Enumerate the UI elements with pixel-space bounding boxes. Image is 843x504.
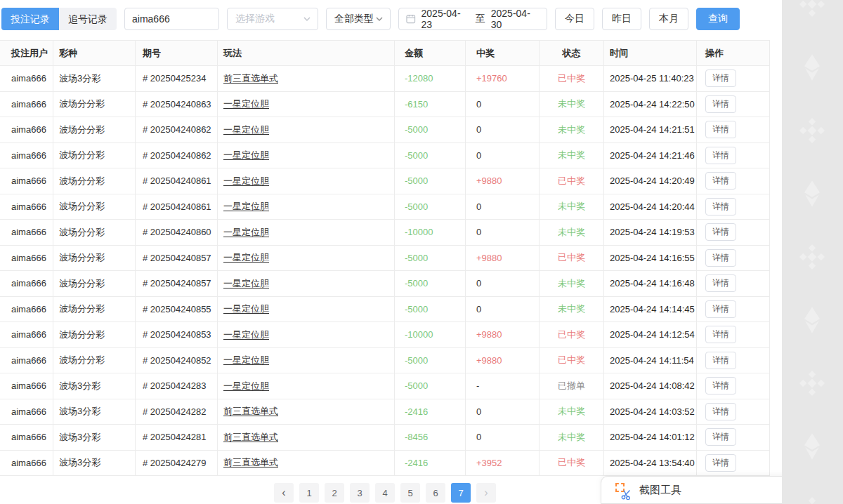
play-type-link[interactable]: 一星定位胆 bbox=[223, 354, 269, 366]
cell-user: aima666 bbox=[0, 425, 53, 451]
cell-status: 未中奖 bbox=[540, 92, 604, 118]
play-type-link[interactable]: 一星定位胆 bbox=[223, 175, 269, 187]
page-button[interactable]: 7 bbox=[451, 483, 471, 503]
tab-chase-records[interactable]: 追号记录 bbox=[59, 8, 117, 30]
cell-time: 2025-04-24 14:20:44 bbox=[604, 194, 697, 220]
cell-play: 前三直选单式 bbox=[218, 451, 395, 477]
bnb-logo-watermark-icon bbox=[797, 0, 827, 19]
cell-amount: -6150 bbox=[395, 92, 466, 118]
detail-button[interactable]: 详情 bbox=[705, 300, 736, 318]
cell-operation: 详情 bbox=[697, 451, 770, 477]
page-button[interactable]: 4 bbox=[375, 483, 395, 503]
page-button[interactable]: 1 bbox=[299, 483, 319, 503]
column-header: 状态 bbox=[540, 41, 604, 66]
play-type-link[interactable]: 一星定位胆 bbox=[223, 329, 269, 341]
cell-amount: -10000 bbox=[395, 220, 466, 246]
query-button[interactable]: 查询 bbox=[696, 8, 740, 30]
page-button[interactable]: 6 bbox=[426, 483, 445, 503]
cell-user: aima666 bbox=[0, 348, 53, 374]
cell-amount: -10000 bbox=[395, 322, 466, 348]
detail-button[interactable]: 详情 bbox=[705, 198, 736, 215]
cell-operation: 详情 bbox=[697, 348, 770, 374]
type-select[interactable]: 全部类型 bbox=[326, 8, 391, 30]
play-type-link[interactable]: 前三直选单式 bbox=[223, 405, 278, 418]
column-header: 中奖 bbox=[466, 41, 540, 66]
page-button[interactable]: 2 bbox=[325, 483, 344, 503]
page-button[interactable]: 5 bbox=[400, 483, 420, 503]
detail-button[interactable]: 详情 bbox=[705, 147, 736, 164]
detail-button[interactable]: 详情 bbox=[705, 69, 736, 87]
game-select[interactable]: 选择游戏 bbox=[227, 8, 318, 30]
detail-button[interactable]: 详情 bbox=[705, 95, 736, 113]
cell-play: 一星定位胆 bbox=[218, 117, 395, 143]
detail-button[interactable]: 详情 bbox=[705, 428, 736, 446]
detail-button[interactable]: 详情 bbox=[705, 172, 736, 190]
cell-amount: -5000 bbox=[395, 168, 466, 194]
detail-button[interactable]: 详情 bbox=[705, 274, 736, 292]
cell-operation: 详情 bbox=[697, 117, 770, 143]
username-input[interactable] bbox=[124, 8, 219, 30]
month-button[interactable]: 本月 bbox=[649, 8, 688, 30]
date-separator: 至 bbox=[476, 13, 485, 25]
play-type-link[interactable]: 一星定位胆 bbox=[223, 226, 269, 239]
tab-bet-records[interactable]: 投注记录 bbox=[1, 8, 59, 30]
cell-time: 2025-04-24 14:12:54 bbox=[604, 322, 697, 348]
cell-user: aima666 bbox=[0, 168, 53, 194]
detail-button[interactable]: 详情 bbox=[705, 352, 736, 369]
table-header-row: 投注用户彩种期号玩法金额中奖状态时间操作 bbox=[0, 41, 770, 66]
play-type-link[interactable]: 一星定位胆 bbox=[223, 303, 269, 315]
cell-status: 已中奖 bbox=[540, 322, 604, 348]
cell-play: 前三直选单式 bbox=[218, 399, 395, 425]
detail-button[interactable]: 详情 bbox=[705, 454, 736, 472]
prev-page-button[interactable]: ‹ bbox=[274, 483, 294, 503]
bnb-logo-watermark-icon bbox=[797, 116, 827, 145]
yesterday-button[interactable]: 昨日 bbox=[602, 8, 641, 30]
cell-user: aima666 bbox=[0, 220, 53, 246]
cell-win: 0 bbox=[466, 117, 540, 143]
cell-time: 2025-04-25 11:40:23 bbox=[604, 66, 697, 92]
cell-win: 0 bbox=[466, 297, 540, 323]
cell-operation: 详情 bbox=[697, 297, 770, 323]
page-button[interactable]: 3 bbox=[350, 483, 370, 503]
play-type-link[interactable]: 前三直选单式 bbox=[223, 72, 278, 85]
column-header: 玩法 bbox=[218, 41, 395, 66]
cell-amount: -5000 bbox=[395, 271, 466, 297]
cell-status: 未中奖 bbox=[540, 425, 604, 451]
cell-play: 一星定位胆 bbox=[218, 168, 395, 194]
cell-status: 已撤单 bbox=[540, 373, 604, 399]
play-type-link[interactable]: 前三直选单式 bbox=[223, 456, 278, 469]
today-button[interactable]: 今日 bbox=[555, 8, 594, 30]
cell-lottery: 波场3分彩 bbox=[53, 451, 136, 477]
play-type-link[interactable]: 一星定位胆 bbox=[223, 200, 269, 213]
date-range-picker[interactable]: 2025-04-23 至 2025-04-30 bbox=[398, 8, 547, 30]
cell-play: 一星定位胆 bbox=[218, 194, 395, 220]
detail-button[interactable]: 详情 bbox=[705, 403, 736, 420]
cell-play: 一星定位胆 bbox=[218, 322, 395, 348]
table-row: aima666波场分分彩# 202504240861一星定位胆-5000+988… bbox=[0, 168, 770, 194]
detail-button[interactable]: 详情 bbox=[705, 223, 736, 241]
play-type-link[interactable]: 一星定位胆 bbox=[223, 380, 269, 392]
detail-button[interactable]: 详情 bbox=[705, 326, 736, 343]
cell-issue: # 20250424281 bbox=[136, 425, 218, 451]
play-type-link[interactable]: 一星定位胆 bbox=[223, 277, 269, 290]
play-type-link[interactable]: 一星定位胆 bbox=[223, 124, 269, 136]
cell-amount: -5000 bbox=[395, 143, 466, 169]
cell-time: 2025-04-24 14:21:46 bbox=[604, 143, 697, 169]
detail-button[interactable]: 详情 bbox=[705, 249, 736, 267]
table-body: aima666波场3分彩# 20250425234前三直选单式-12080+19… bbox=[0, 66, 770, 476]
eth-logo-watermark-icon bbox=[797, 432, 827, 461]
play-type-link[interactable]: 前三直选单式 bbox=[223, 431, 278, 444]
play-type-link[interactable]: 一星定位胆 bbox=[223, 98, 269, 110]
cell-user: aima666 bbox=[0, 271, 53, 297]
cell-time: 2025-04-24 14:16:55 bbox=[604, 246, 697, 272]
detail-button[interactable]: 详情 bbox=[705, 377, 736, 394]
play-type-link[interactable]: 一星定位胆 bbox=[223, 251, 269, 264]
bnb-logo-watermark-icon bbox=[797, 369, 827, 398]
column-header: 时间 bbox=[604, 41, 697, 66]
calendar-icon bbox=[406, 14, 416, 24]
table-row: aima666波场分分彩# 202504240863一星定位胆-61500未中奖… bbox=[0, 92, 770, 118]
cell-status: 未中奖 bbox=[540, 399, 604, 425]
detail-button[interactable]: 详情 bbox=[705, 121, 736, 138]
next-page-button[interactable]: › bbox=[476, 483, 496, 503]
play-type-link[interactable]: 一星定位胆 bbox=[223, 149, 269, 161]
